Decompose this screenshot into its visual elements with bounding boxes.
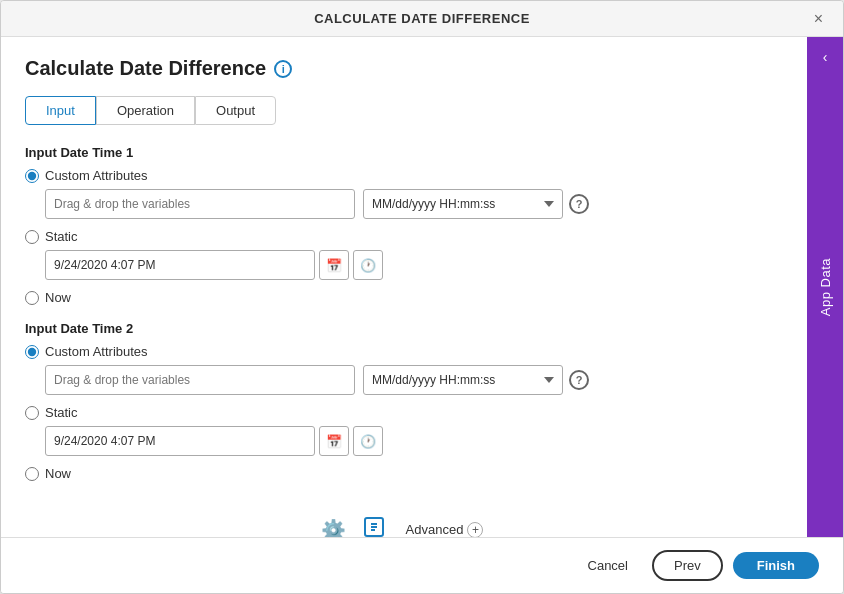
section2-custom-input-row: MM/dd/yyyy HH:mm:ss dd/MM/yyyy HH:mm:ss … (45, 365, 783, 395)
footer-actions-area: Cancel Prev Finish (1, 537, 843, 593)
tab-operation[interactable]: Operation (96, 96, 195, 125)
section1-format-select[interactable]: MM/dd/yyyy HH:mm:ss dd/MM/yyyy HH:mm:ss … (363, 189, 563, 219)
dialog-title: CALCULATE DATE DIFFERENCE (314, 11, 530, 26)
section1-format-wrapper: MM/dd/yyyy HH:mm:ss dd/MM/yyyy HH:mm:ss … (363, 189, 589, 219)
section2-custom-radio-input[interactable] (25, 345, 39, 359)
page-title-row: Calculate Date Difference i (25, 57, 783, 80)
section1-custom-input-row: MM/dd/yyyy HH:mm:ss dd/MM/yyyy HH:mm:ss … (45, 189, 783, 219)
section2-static-input-row: 📅 🕐 (45, 426, 783, 456)
section1-now-label: Now (45, 290, 71, 305)
section1-static-radio-input[interactable] (25, 230, 39, 244)
sidebar-chevron-icon: ‹ (823, 49, 828, 65)
footer-action-buttons: Cancel Prev Finish (25, 550, 819, 581)
advanced-label: Advanced (406, 522, 464, 537)
section2-drag-drop-input[interactable] (45, 365, 355, 395)
section1-custom-radio-input[interactable] (25, 169, 39, 183)
section1-radio-group: Custom Attributes MM/dd/yyyy HH:mm:ss dd… (25, 168, 783, 305)
section2-calendar-icon[interactable]: 📅 (319, 426, 349, 456)
finish-button[interactable]: Finish (733, 552, 819, 579)
section2-format-select[interactable]: MM/dd/yyyy HH:mm:ss dd/MM/yyyy HH:mm:ss … (363, 365, 563, 395)
main-content: Calculate Date Difference i Input Operat… (1, 37, 807, 537)
section1-custom-label: Custom Attributes (45, 168, 148, 183)
section1-static-radio[interactable]: Static (25, 229, 783, 244)
tab-output[interactable]: Output (195, 96, 276, 125)
section2-clock-icon[interactable]: 🕐 (353, 426, 383, 456)
section1-drag-drop-input[interactable] (45, 189, 355, 219)
section2-label: Input Date Time 2 (25, 321, 783, 336)
input-datetime-1-section: Input Date Time 1 Custom Attributes MM/d… (25, 145, 783, 309)
app-data-sidebar[interactable]: ‹ App Data (807, 37, 843, 537)
section2-now-radio-input[interactable] (25, 467, 39, 481)
sidebar-label: App Data (818, 258, 833, 316)
dialog: CALCULATE DATE DIFFERENCE × Calculate Da… (0, 0, 844, 594)
section2-static-label: Static (45, 405, 78, 420)
advanced-button[interactable]: Advanced + (400, 520, 490, 538)
section1-now-radio-input[interactable] (25, 291, 39, 305)
tab-bar: Input Operation Output (25, 96, 783, 125)
section1-label: Input Date Time 1 (25, 145, 783, 160)
section1-static-label: Static (45, 229, 78, 244)
cancel-button[interactable]: Cancel (574, 552, 642, 579)
input-datetime-2-section: Input Date Time 2 Custom Attributes MM/d… (25, 321, 783, 485)
section2-radio-group: Custom Attributes MM/dd/yyyy HH:mm:ss dd… (25, 344, 783, 481)
section2-help-icon[interactable]: ? (569, 370, 589, 390)
settings-icon-button[interactable]: ⚙️ (319, 516, 348, 538)
section2-static-radio-input[interactable] (25, 406, 39, 420)
title-bar: CALCULATE DATE DIFFERENCE × (1, 1, 843, 37)
section1-static-value-input[interactable] (45, 250, 315, 280)
info-icon[interactable]: i (274, 60, 292, 78)
section1-clock-icon[interactable]: 🕐 (353, 250, 383, 280)
advanced-plus-icon: + (467, 522, 483, 538)
section2-format-wrapper: MM/dd/yyyy HH:mm:ss dd/MM/yyyy HH:mm:ss … (363, 365, 589, 395)
section2-now-label: Now (45, 466, 71, 481)
section1-help-icon[interactable]: ? (569, 194, 589, 214)
section2-static-radio[interactable]: Static (25, 405, 783, 420)
section1-now-radio[interactable]: Now (25, 290, 783, 305)
tab-input[interactable]: Input (25, 96, 96, 125)
section1-custom-radio[interactable]: Custom Attributes (25, 168, 783, 183)
section1-static-input-row: 📅 🕐 (45, 250, 783, 280)
dialog-body: Calculate Date Difference i Input Operat… (1, 37, 843, 537)
section2-now-radio[interactable]: Now (25, 466, 783, 481)
prev-button[interactable]: Prev (652, 550, 723, 581)
page-title-text: Calculate Date Difference (25, 57, 266, 80)
section2-static-value-input[interactable] (45, 426, 315, 456)
section1-calendar-icon[interactable]: 📅 (319, 250, 349, 280)
footer-tools: ⚙️ Advanced + (25, 497, 783, 537)
close-button[interactable]: × (808, 9, 829, 29)
section2-custom-label: Custom Attributes (45, 344, 148, 359)
audit-icon (362, 515, 386, 537)
section2-custom-radio[interactable]: Custom Attributes (25, 344, 783, 359)
audit-icon-button[interactable] (360, 513, 388, 537)
